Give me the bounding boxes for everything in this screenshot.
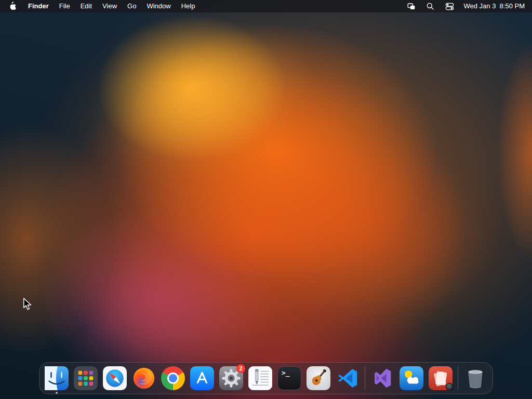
- menu-bar: Finder File Edit View Go Window Help: [0, 0, 532, 12]
- menu-help[interactable]: Help: [181, 0, 195, 12]
- menu-clock[interactable]: Wed Jan 3 8:50 PM: [463, 0, 525, 12]
- dock-item-terminal[interactable]: >_: [277, 366, 301, 390]
- dock-item-trash[interactable]: [463, 366, 487, 390]
- garageband-icon: [307, 366, 330, 390]
- dock-item-textedit[interactable]: [248, 366, 272, 390]
- dock-item-finder[interactable]: [45, 366, 69, 390]
- trash-icon: [463, 366, 487, 390]
- dock-item-garageband[interactable]: [307, 366, 330, 390]
- vscode-icon: [336, 366, 360, 390]
- chrome-icon: [161, 366, 185, 390]
- notification-badge: 2: [236, 364, 245, 373]
- dock-separator: [365, 366, 365, 390]
- dock-item-photo-booth[interactable]: [429, 366, 453, 390]
- wallpaper: [0, 0, 532, 399]
- dock-item-launchpad[interactable]: [74, 366, 98, 390]
- dock-item-safari[interactable]: [103, 366, 127, 390]
- weather-icon: [400, 366, 423, 390]
- dock-item-weather[interactable]: [400, 366, 423, 390]
- dock-item-chrome[interactable]: [161, 366, 185, 390]
- dock-item-app-store[interactable]: [190, 366, 214, 390]
- menu-go[interactable]: Go: [127, 0, 136, 12]
- safari-icon: [103, 366, 127, 390]
- apple-menu[interactable]: [7, 1, 18, 11]
- menu-view[interactable]: View: [102, 0, 117, 12]
- menu-app-name[interactable]: Finder: [28, 0, 49, 12]
- wallpaper-petal: [65, 232, 268, 381]
- visual-studio-icon: [370, 366, 394, 390]
- search-icon[interactable]: [425, 1, 435, 11]
- dock-item-vscode[interactable]: [336, 366, 360, 390]
- launchpad-icon: [74, 366, 98, 390]
- apple-icon: [9, 2, 17, 11]
- menu-window[interactable]: Window: [147, 0, 170, 12]
- menu-edit[interactable]: Edit: [81, 0, 92, 12]
- dock-item-visual-studio[interactable]: [370, 366, 394, 390]
- dock-item-firefox[interactable]: [132, 366, 156, 390]
- dock-item-system-settings[interactable]: 2: [219, 366, 243, 390]
- textedit-icon: [248, 366, 272, 390]
- terminal-prompt-glyph: >_: [282, 369, 290, 377]
- firefox-icon: [132, 366, 156, 390]
- control-center-icon[interactable]: [444, 1, 455, 11]
- dock: 2 >_: [39, 362, 493, 394]
- camera-lens: [446, 383, 454, 391]
- desktop: Finder File Edit View Go Window Help: [0, 0, 532, 399]
- menu-file[interactable]: File: [59, 0, 70, 12]
- terminal-icon: >_: [277, 366, 301, 390]
- running-indicator: [56, 392, 58, 394]
- finder-icon: [45, 366, 69, 390]
- dock-separator: [458, 366, 458, 390]
- screen-mirroring-icon[interactable]: [406, 1, 416, 11]
- app-store-icon: [190, 366, 214, 390]
